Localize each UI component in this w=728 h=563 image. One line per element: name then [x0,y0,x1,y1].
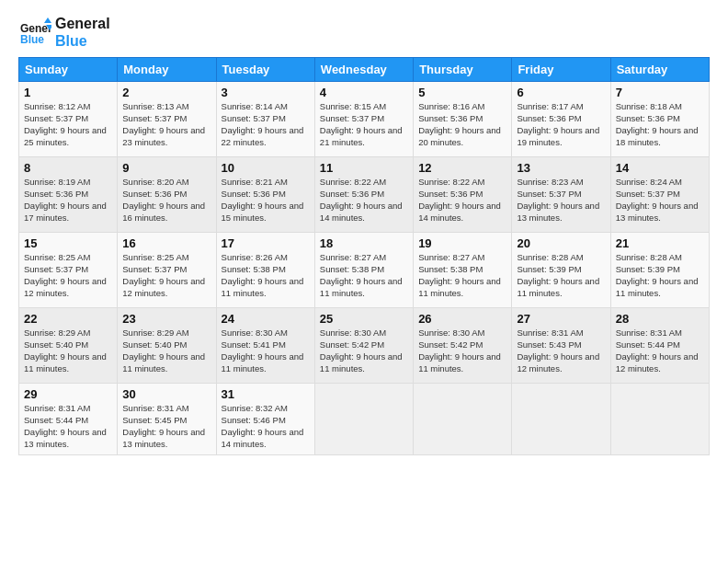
cell-info: Sunrise: 8:22 AMSunset: 5:36 PMDaylight:… [320,177,403,222]
calendar-cell: 22 Sunrise: 8:29 AMSunset: 5:40 PMDaylig… [19,308,118,384]
calendar-cell: 9 Sunrise: 8:20 AMSunset: 5:36 PMDayligh… [118,157,216,233]
calendar-cell: 29 Sunrise: 8:31 AMSunset: 5:44 PMDaylig… [19,384,118,454]
cell-info: Sunrise: 8:25 AMSunset: 5:37 PMDaylight:… [24,252,107,297]
calendar-cell: 13 Sunrise: 8:23 AMSunset: 5:37 PMDaylig… [512,157,610,233]
day-number: 27 [517,312,605,326]
day-number: 4 [320,86,408,99]
calendar-cell: 27 Sunrise: 8:31 AMSunset: 5:43 PMDaylig… [512,308,610,384]
day-number: 8 [24,161,112,175]
day-number: 19 [418,236,506,250]
logo: General Blue General Blue [18,15,110,50]
day-number: 10 [222,161,310,175]
calendar-cell: 25 Sunrise: 8:30 AMSunset: 5:42 PMDaylig… [314,308,413,384]
calendar-cell: 15 Sunrise: 8:25 AMSunset: 5:37 PMDaylig… [19,233,118,308]
svg-marker-2 [44,17,51,23]
calendar-table: SundayMondayTuesdayWednesdayThursdayFrid… [18,57,710,454]
cell-info: Sunrise: 8:32 AMSunset: 5:46 PMDaylight:… [222,403,304,448]
cell-info: Sunrise: 8:19 AMSunset: 5:36 PMDaylight:… [24,177,107,222]
day-number: 16 [122,236,210,250]
calendar-cell: 19 Sunrise: 8:27 AMSunset: 5:38 PMDaylig… [414,233,512,308]
day-number: 5 [418,86,506,99]
day-header-saturday: Saturday [610,58,709,82]
cell-info: Sunrise: 8:28 AMSunset: 5:39 PMDaylight:… [517,252,599,297]
cell-info: Sunrise: 8:14 AMSunset: 5:37 PMDaylight:… [222,101,304,146]
cell-info: Sunrise: 8:23 AMSunset: 5:37 PMDaylight:… [517,177,599,222]
calendar-cell: 8 Sunrise: 8:19 AMSunset: 5:36 PMDayligh… [19,157,118,233]
day-header-tuesday: Tuesday [216,58,314,82]
day-number: 2 [122,86,210,99]
cell-info: Sunrise: 8:29 AMSunset: 5:40 PMDaylight:… [122,327,205,373]
day-number: 28 [616,312,704,326]
calendar-cell: 24 Sunrise: 8:30 AMSunset: 5:41 PMDaylig… [216,308,314,384]
calendar-cell [314,384,413,454]
day-number: 9 [122,161,210,175]
day-number: 17 [222,236,310,250]
cell-info: Sunrise: 8:27 AMSunset: 5:38 PMDaylight:… [320,252,403,297]
calendar-body: 1 Sunrise: 8:12 AMSunset: 5:37 PMDayligh… [19,82,710,454]
day-number: 23 [122,312,210,326]
day-number: 6 [517,86,605,99]
calendar-cell: 10 Sunrise: 8:21 AMSunset: 5:36 PMDaylig… [216,157,314,233]
cell-info: Sunrise: 8:13 AMSunset: 5:37 PMDaylight:… [122,101,205,146]
cell-info: Sunrise: 8:21 AMSunset: 5:36 PMDaylight:… [222,177,304,222]
cell-info: Sunrise: 8:31 AMSunset: 5:44 PMDaylight:… [24,403,107,448]
cell-info: Sunrise: 8:31 AMSunset: 5:43 PMDaylight:… [517,327,599,373]
cell-info: Sunrise: 8:31 AMSunset: 5:45 PMDaylight:… [122,403,205,448]
header: General Blue General Blue [18,15,710,50]
cell-info: Sunrise: 8:16 AMSunset: 5:36 PMDaylight:… [418,101,501,146]
cell-info: Sunrise: 8:27 AMSunset: 5:38 PMDaylight:… [418,252,501,297]
calendar-cell [414,384,512,454]
calendar-cell: 23 Sunrise: 8:29 AMSunset: 5:40 PMDaylig… [118,308,216,384]
day-number: 20 [517,236,605,250]
day-header-wednesday: Wednesday [314,58,413,82]
calendar-cell: 18 Sunrise: 8:27 AMSunset: 5:38 PMDaylig… [314,233,413,308]
calendar-cell: 21 Sunrise: 8:28 AMSunset: 5:39 PMDaylig… [610,233,709,308]
cell-info: Sunrise: 8:15 AMSunset: 5:37 PMDaylight:… [320,101,403,146]
day-number: 30 [122,387,210,401]
cell-info: Sunrise: 8:30 AMSunset: 5:42 PMDaylight:… [418,327,501,373]
day-header-friday: Friday [512,58,610,82]
cell-info: Sunrise: 8:25 AMSunset: 5:37 PMDaylight:… [122,252,205,297]
day-number: 15 [24,236,112,250]
calendar-cell: 7 Sunrise: 8:18 AMSunset: 5:36 PMDayligh… [610,82,709,157]
cell-info: Sunrise: 8:30 AMSunset: 5:42 PMDaylight:… [320,327,403,373]
calendar-cell: 3 Sunrise: 8:14 AMSunset: 5:37 PMDayligh… [216,82,314,157]
cell-info: Sunrise: 8:18 AMSunset: 5:36 PMDaylight:… [616,101,699,146]
cell-info: Sunrise: 8:28 AMSunset: 5:39 PMDaylight:… [616,252,699,297]
cell-info: Sunrise: 8:31 AMSunset: 5:44 PMDaylight:… [616,327,699,373]
day-number: 11 [320,161,408,175]
calendar-cell: 5 Sunrise: 8:16 AMSunset: 5:36 PMDayligh… [414,82,512,157]
calendar-cell: 4 Sunrise: 8:15 AMSunset: 5:37 PMDayligh… [314,82,413,157]
calendar-cell: 14 Sunrise: 8:24 AMSunset: 5:37 PMDaylig… [610,157,709,233]
cell-info: Sunrise: 8:20 AMSunset: 5:36 PMDaylight:… [122,177,205,222]
day-number: 26 [418,312,506,326]
day-header-sunday: Sunday [19,58,118,82]
day-number: 18 [320,236,408,250]
day-number: 22 [24,312,112,326]
calendar-cell [512,384,610,454]
day-number: 14 [616,161,704,175]
cell-info: Sunrise: 8:17 AMSunset: 5:36 PMDaylight:… [517,101,599,146]
day-number: 3 [222,86,310,99]
calendar-cell: 2 Sunrise: 8:13 AMSunset: 5:37 PMDayligh… [118,82,216,157]
calendar-cell: 1 Sunrise: 8:12 AMSunset: 5:37 PMDayligh… [19,82,118,157]
calendar-cell: 26 Sunrise: 8:30 AMSunset: 5:42 PMDaylig… [414,308,512,384]
day-number: 31 [222,387,310,401]
logo-icon: General Blue [18,16,51,49]
day-number: 24 [222,312,310,326]
svg-text:Blue: Blue [20,33,44,46]
day-number: 13 [517,161,605,175]
cell-info: Sunrise: 8:30 AMSunset: 5:41 PMDaylight:… [222,327,304,373]
calendar-cell: 11 Sunrise: 8:22 AMSunset: 5:36 PMDaylig… [314,157,413,233]
calendar-cell: 16 Sunrise: 8:25 AMSunset: 5:37 PMDaylig… [118,233,216,308]
day-number: 25 [320,312,408,326]
cell-info: Sunrise: 8:29 AMSunset: 5:40 PMDaylight:… [24,327,107,373]
calendar-cell: 12 Sunrise: 8:22 AMSunset: 5:36 PMDaylig… [414,157,512,233]
calendar-cell: 30 Sunrise: 8:31 AMSunset: 5:45 PMDaylig… [118,384,216,454]
day-number: 7 [616,86,704,99]
calendar-cell: 17 Sunrise: 8:26 AMSunset: 5:38 PMDaylig… [216,233,314,308]
day-number: 1 [24,86,112,99]
calendar-cell: 20 Sunrise: 8:28 AMSunset: 5:39 PMDaylig… [512,233,610,308]
days-header-row: SundayMondayTuesdayWednesdayThursdayFrid… [19,58,710,82]
calendar-page: General Blue General Blue SundayMondayTu… [0,0,728,563]
